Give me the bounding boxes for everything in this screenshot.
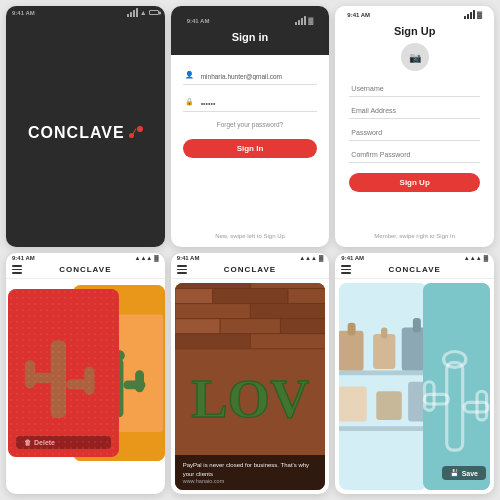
app-title: CONCLAVE — [224, 265, 276, 274]
signal-icon — [127, 8, 138, 17]
svg-rect-21 — [250, 304, 325, 319]
signin-screen: 9:41 AM ▓ Sign in 👤 🔒 Forget your passwo… — [171, 6, 330, 247]
password-wrapper: 🔒 — [183, 92, 318, 112]
svg-rect-23 — [220, 319, 280, 334]
app-love-screen: 9:41 AM ▲▲▲ ▓ CONCLAVE — [171, 253, 330, 494]
splash-screen: 9:41 AM ▲ CONCLAVE — [6, 6, 165, 247]
save-label: Save — [462, 470, 478, 477]
app-header: CONCLAVE — [6, 263, 165, 279]
signup-header: 9:41 AM ▓ Sign Up 📷 — [335, 6, 494, 81]
caption-url: www.hanaio.com — [183, 478, 318, 484]
signup-title: Sign Up — [341, 21, 488, 43]
menu-icon[interactable] — [341, 265, 351, 274]
svg-rect-11 — [25, 360, 35, 388]
signal-icon: ▲▲▲ — [134, 255, 152, 261]
splash-content: CONCLAVE — [6, 19, 165, 247]
status-bar: 9:41 AM ▓ — [181, 14, 320, 27]
svg-rect-30 — [339, 371, 426, 376]
caption-bar: PayPal is never closed for business. Tha… — [175, 455, 326, 490]
menu-icon[interactable] — [12, 265, 22, 274]
status-bar: 9:41 AM ▲ — [6, 6, 165, 19]
password-input[interactable] — [183, 96, 318, 112]
app-title: CONCLAVE — [59, 265, 111, 274]
svg-rect-16 — [250, 283, 325, 289]
card-right — [423, 283, 490, 490]
svg-rect-32 — [339, 331, 364, 371]
svg-rect-15 — [175, 283, 250, 289]
app-delete-screen: 9:41 AM ▲▲▲ ▓ CONCLAVE — [6, 253, 165, 494]
svg-rect-6 — [135, 370, 144, 392]
signup-footer: Member, swipe right to Sign In — [335, 225, 494, 247]
battery-icon: ▓ — [308, 17, 313, 24]
status-bar: 9:41 AM ▲▲▲ ▓ — [6, 253, 165, 263]
conclave-logo: CONCLAVE — [28, 124, 143, 142]
signal-icon — [464, 10, 475, 19]
svg-rect-24 — [280, 319, 325, 334]
avatar-placeholder[interactable]: 📷 — [401, 43, 429, 71]
camera-icon: 📷 — [409, 52, 421, 63]
battery-icon: ▓ — [154, 255, 158, 261]
svg-rect-19 — [288, 289, 326, 304]
card-left — [339, 283, 426, 490]
signin-button[interactable]: Sign In — [183, 139, 318, 158]
signup-body: Sign Up — [335, 81, 494, 225]
username-wrapper: 👤 — [183, 65, 318, 85]
forgot-link[interactable]: Forget your password? — [183, 121, 318, 128]
svg-rect-13 — [84, 366, 94, 394]
battery-icon: ▓ — [319, 255, 323, 261]
svg-rect-34 — [373, 334, 395, 369]
svg-rect-39 — [377, 391, 402, 420]
confirm-password-field[interactable] — [349, 147, 480, 163]
battery-icon: ▓ — [477, 11, 482, 18]
svg-rect-35 — [381, 328, 387, 339]
svg-text:LOV: LOV — [191, 369, 309, 429]
app-header: CONCLAVE — [335, 263, 494, 279]
signal-icon: ▲▲▲ — [464, 255, 482, 261]
username-input[interactable] — [183, 69, 318, 85]
card-front: 🗑 Delete — [8, 289, 119, 457]
signin-body: 👤 🔒 Forget your password? Sign In — [171, 55, 330, 225]
status-time: 9:41 AM — [341, 255, 364, 261]
app-header: CONCLAVE — [171, 263, 330, 279]
logo-text: CONCLAVE — [28, 124, 125, 142]
bags-image — [339, 283, 426, 490]
save-button[interactable]: 💾 Save — [442, 466, 486, 480]
status-time: 9:41 AM — [177, 255, 200, 261]
svg-rect-31 — [339, 426, 426, 431]
signal-icon: ▲▲▲ — [299, 255, 317, 261]
signin-footer: New, swipe left to Sign Up — [171, 225, 330, 247]
signal-icon — [295, 16, 306, 25]
app-title: CONCLAVE — [389, 265, 441, 274]
wifi-icon: ▲ — [140, 9, 147, 16]
status-time: 9:41 AM — [347, 12, 370, 18]
status-bar: 9:41 AM ▓ — [341, 8, 488, 21]
status-bar: 9:41 AM ▲▲▲ ▓ — [335, 253, 494, 263]
status-icons: ▲▲▲ ▓ — [299, 255, 323, 261]
signup-screen: 9:41 AM ▓ Sign Up 📷 Sign Up Member, swip… — [335, 6, 494, 247]
password-field[interactable] — [349, 125, 480, 141]
app-body: 💾 Save — [335, 279, 494, 494]
battery-icon: ▓ — [484, 255, 488, 261]
svg-rect-25 — [175, 334, 250, 349]
svg-rect-33 — [348, 323, 356, 336]
svg-rect-17 — [175, 289, 213, 304]
status-time: 9:41 AM — [12, 10, 35, 16]
cactus-teal-image — [423, 283, 490, 490]
username-field[interactable] — [349, 81, 480, 97]
app-body: LOV LOV PayPal is never closed for busin… — [171, 279, 330, 494]
status-icons: ▲ — [127, 8, 159, 17]
svg-rect-22 — [175, 319, 220, 334]
save-icon: 💾 — [450, 469, 459, 477]
signin-header: 9:41 AM ▓ Sign in — [171, 6, 330, 55]
status-bar: 9:41 AM ▲▲▲ ▓ — [171, 253, 330, 263]
status-icons: ▓ — [464, 10, 482, 19]
svg-rect-26 — [250, 334, 325, 349]
status-time: 9:41 AM — [12, 255, 35, 261]
menu-icon[interactable] — [177, 265, 187, 274]
signup-button[interactable]: Sign Up — [349, 173, 480, 192]
status-icons: ▲▲▲ ▓ — [134, 255, 158, 261]
status-time: 9:41 AM — [187, 18, 210, 24]
email-field[interactable] — [349, 103, 480, 119]
battery-icon — [149, 10, 159, 15]
app-save-screen: 9:41 AM ▲▲▲ ▓ CONCLAVE — [335, 253, 494, 494]
